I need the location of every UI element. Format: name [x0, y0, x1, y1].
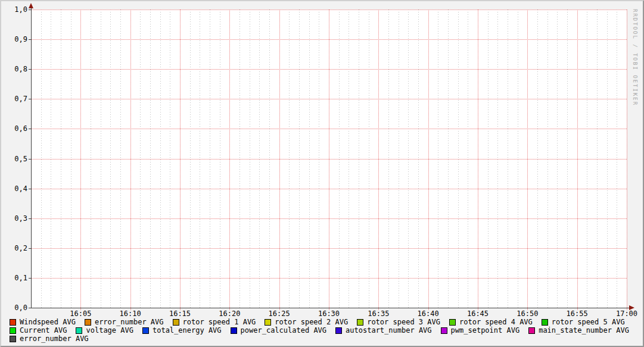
y-axis-tick-label: 0,1	[6, 274, 27, 282]
legend-label: error_number AVG	[20, 335, 89, 343]
legend-row: Current AVGvoltage AVGtotal_energy AVGpo…	[10, 326, 638, 335]
legend-swatch	[173, 319, 179, 326]
rrdtool-watermark: RRDTOOL / TOBI OETIKER	[632, 9, 638, 106]
legend-item: rotor speed 4 AVG	[449, 318, 533, 326]
major-gridline-horizontal	[29, 99, 627, 99]
x-axis-tick-label: 16:05	[64, 310, 97, 318]
legend-label: rotor speed 1 AVG	[183, 318, 256, 326]
x-axis-tick-label: 17:00	[610, 310, 643, 318]
major-gridline-horizontal	[29, 278, 627, 279]
legend-row: error_number AVG	[10, 335, 98, 343]
y-axis-tick-label: 0,7	[6, 95, 27, 103]
legend-swatch	[10, 336, 16, 342]
major-gridline-horizontal	[29, 159, 627, 160]
major-gridline-horizontal	[29, 10, 627, 10]
major-gridline-vertical	[478, 10, 478, 310]
major-gridline-vertical	[527, 10, 528, 310]
major-gridline-horizontal	[29, 189, 627, 189]
legend-label: main_state_number AVG	[539, 326, 629, 335]
minor-gridline-vertical	[190, 10, 191, 310]
minor-gridline-vertical	[468, 10, 468, 310]
legend-swatch	[231, 327, 237, 334]
minor-gridline-vertical	[170, 10, 170, 310]
major-gridline-horizontal	[29, 69, 627, 70]
minor-gridline-vertical	[150, 10, 151, 310]
legend-row: Windspeed AVGerror_number AVGrotor speed…	[10, 318, 634, 326]
minor-gridline-vertical	[547, 10, 548, 310]
minor-gridline-vertical	[289, 10, 290, 310]
legend-swatch	[449, 319, 456, 326]
legend-swatch	[85, 319, 91, 326]
minor-gridline-vertical	[61, 10, 61, 310]
y-axis-tick-label: 1,0	[6, 5, 27, 14]
minor-gridline-vertical	[408, 10, 409, 310]
minor-gridline-vertical	[239, 10, 240, 310]
legend-item: power_calculated AVG	[231, 326, 327, 335]
x-axis-tick-label: 16:15	[163, 310, 197, 318]
legend-label: autostart_number AVG	[346, 326, 432, 335]
minor-gridline-vertical	[110, 10, 111, 310]
minor-gridline-vertical	[269, 10, 270, 310]
minor-gridline-vertical	[160, 10, 161, 310]
y-axis-tick-label: 0,9	[6, 35, 27, 43]
minor-gridline-vertical	[497, 10, 498, 310]
legend-label: total_energy AVG	[153, 326, 222, 335]
minor-gridline-vertical	[399, 10, 399, 310]
minor-gridline-vertical	[369, 10, 369, 310]
minor-gridline-vertical	[388, 10, 389, 310]
legend-item: error_number AVG	[10, 335, 89, 343]
minor-gridline-vertical	[120, 10, 121, 310]
minor-gridline-vertical	[537, 10, 538, 310]
minor-gridline-vertical	[557, 10, 558, 310]
legend-swatch	[441, 327, 447, 334]
minor-gridline-vertical	[607, 10, 608, 310]
minor-gridline-vertical	[488, 10, 489, 310]
major-gridline-vertical	[279, 10, 280, 310]
minor-gridline-vertical	[200, 10, 200, 310]
legend-item: Current AVG	[10, 326, 67, 335]
rrdtool-graph: 1,00,90,80,70,60,50,40,30,20,10,0 16:051…	[0, 0, 644, 347]
major-gridline-vertical	[378, 10, 379, 310]
legend-item: rotor speed 3 AVG	[357, 318, 440, 326]
legend-item: rotor speed 2 AVG	[265, 318, 348, 326]
legend-label: rotor speed 4 AVG	[459, 318, 533, 326]
minor-gridline-vertical	[458, 10, 459, 310]
minor-gridline-vertical	[220, 10, 220, 310]
minor-gridline-vertical	[518, 10, 518, 310]
major-gridline-vertical	[80, 10, 81, 310]
legend-label: error_number AVG	[95, 318, 164, 326]
x-axis-tick-label: 16:30	[312, 310, 346, 318]
y-axis-tick-label: 0,5	[6, 155, 27, 163]
minor-gridline-vertical	[309, 10, 310, 310]
y-axis-tick-label: 0,3	[6, 214, 27, 223]
minor-gridline-vertical	[448, 10, 449, 310]
legend-label: voltage AVG	[86, 326, 133, 335]
major-gridline-vertical	[329, 10, 329, 310]
legend-swatch	[357, 319, 363, 326]
major-gridline-vertical	[229, 10, 230, 310]
x-axis-tick-label: 16:25	[263, 310, 296, 318]
minor-gridline-vertical	[418, 10, 419, 310]
legend-item: pwm_setpoint AVG	[441, 326, 520, 335]
minor-gridline-vertical	[51, 10, 51, 310]
legend-swatch	[10, 319, 16, 326]
legend-item: Windspeed AVG	[10, 318, 76, 326]
major-gridline-vertical	[428, 10, 429, 310]
major-gridline-vertical	[577, 10, 578, 310]
minor-gridline-vertical	[140, 10, 141, 310]
y-axis-tick-label: 0,8	[6, 65, 27, 73]
legend-swatch	[10, 327, 16, 334]
legend-item: rotor speed 5 AVG	[542, 318, 625, 326]
legend-item: autostart_number AVG	[335, 326, 432, 335]
legend-swatch	[76, 327, 82, 334]
legend-item: total_energy AVG	[142, 326, 222, 335]
minor-gridline-vertical	[91, 10, 91, 310]
legend-label: rotor speed 5 AVG	[552, 318, 625, 326]
x-axis-tick-label: 16:40	[412, 310, 445, 318]
legend-swatch	[142, 327, 149, 334]
minor-gridline-vertical	[349, 10, 349, 310]
minor-gridline-vertical	[567, 10, 568, 310]
minor-gridline-vertical	[101, 10, 101, 310]
minor-gridline-vertical	[299, 10, 300, 310]
minor-gridline-vertical	[597, 10, 598, 310]
